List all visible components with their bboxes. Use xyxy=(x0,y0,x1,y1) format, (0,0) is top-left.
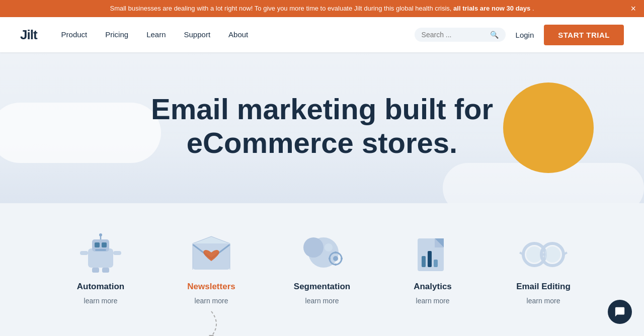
svg-rect-27 xyxy=(422,256,426,267)
feature-segmentation: Segmentation learn more xyxy=(267,223,377,336)
feature-newsletters: Newsletters learn more xyxy=(156,223,267,336)
hero-section: Email marketing built for eCommerce stor… xyxy=(0,52,644,203)
automation-learn-more[interactable]: learn more xyxy=(84,297,118,305)
segmentation-label: Segmentation xyxy=(294,282,350,292)
svg-rect-9 xyxy=(92,268,99,273)
nav-link-learn[interactable]: Learn xyxy=(146,30,166,39)
svg-point-16 xyxy=(303,237,324,258)
announcement-text: Small businesses are dealing with a lot … xyxy=(110,5,534,12)
svg-rect-8 xyxy=(113,251,121,255)
search-input[interactable] xyxy=(422,31,487,39)
nav-item-about[interactable]: About xyxy=(228,30,248,39)
feature-email-editing: Email Editing learn more xyxy=(488,223,599,336)
main-nav: Jilt Product Pricing Learn Support About… xyxy=(0,17,644,52)
nav-item-product[interactable]: Product xyxy=(61,30,88,39)
svg-rect-28 xyxy=(428,251,432,267)
svg-point-3 xyxy=(99,233,102,236)
svg-point-17 xyxy=(325,243,333,251)
chat-bubble[interactable] xyxy=(608,300,632,324)
nav-item-learn[interactable]: Learn xyxy=(146,30,166,39)
hero-title: Email marketing built for eCommerce stor… xyxy=(146,93,498,159)
nav-link-product[interactable]: Product xyxy=(61,30,88,39)
nav-link-about[interactable]: About xyxy=(228,30,248,39)
features-grid: Automation learn more xyxy=(45,223,599,336)
announcement-close-button[interactable]: × xyxy=(630,4,636,13)
newsletters-learn-more[interactable]: learn more xyxy=(195,297,228,305)
newsletters-label: Newsletters xyxy=(187,282,235,292)
email-editing-icon xyxy=(518,233,569,274)
logo[interactable]: Jilt xyxy=(20,27,37,43)
search-wrapper: 🔍 xyxy=(415,28,506,42)
feature-automation: Automation learn more xyxy=(45,223,156,336)
svg-point-33 xyxy=(544,246,560,263)
nav-item-pricing[interactable]: Pricing xyxy=(105,30,128,39)
chat-icon xyxy=(614,306,625,317)
svg-rect-29 xyxy=(434,260,438,267)
login-link[interactable]: Login xyxy=(516,31,534,39)
automation-label: Automation xyxy=(77,282,124,292)
analytics-label: Analytics xyxy=(414,282,452,292)
svg-rect-6 xyxy=(95,249,106,251)
automation-icon xyxy=(75,233,126,274)
announcement-bar: Small businesses are dealing with a lot … xyxy=(0,0,644,17)
email-editing-label: Email Editing xyxy=(516,282,571,292)
features-section: Automation learn more xyxy=(0,203,644,336)
svg-rect-10 xyxy=(102,268,109,273)
newsletters-arrow xyxy=(196,309,226,336)
deco-cloud-left xyxy=(0,103,161,163)
feature-analytics: Analytics learn more xyxy=(377,223,488,336)
segmentation-learn-more[interactable]: learn more xyxy=(305,297,339,305)
svg-rect-7 xyxy=(80,251,88,255)
deco-circle-gold xyxy=(503,82,594,173)
nav-links: Product Pricing Learn Support About xyxy=(61,30,415,39)
analytics-learn-more[interactable]: learn more xyxy=(416,297,450,305)
nav-item-support[interactable]: Support xyxy=(184,30,211,39)
start-trial-button[interactable]: START TRIAL xyxy=(544,25,624,45)
segmentation-icon xyxy=(297,233,347,274)
email-editing-learn-more[interactable]: learn more xyxy=(527,297,560,305)
nav-link-support[interactable]: Support xyxy=(184,30,211,39)
analytics-icon xyxy=(408,233,458,274)
svg-rect-4 xyxy=(95,242,100,247)
svg-rect-5 xyxy=(102,242,107,247)
nav-link-pricing[interactable]: Pricing xyxy=(105,30,128,39)
svg-point-19 xyxy=(333,256,338,261)
search-icon: 🔍 xyxy=(490,31,499,39)
newsletters-icon xyxy=(186,233,236,274)
